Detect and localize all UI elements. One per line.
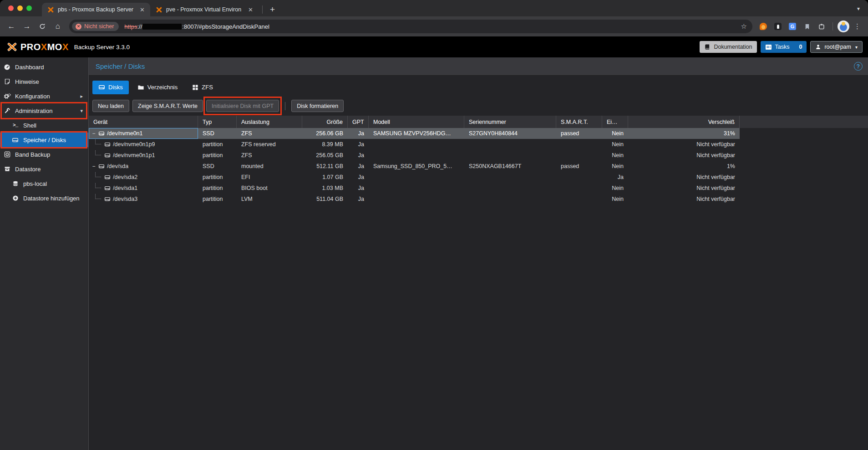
- sidebar-item-dashboard[interactable]: Dashboard: [0, 60, 88, 74]
- close-window-button[interactable]: [8, 5, 14, 11]
- size-cell: 1.03 MB: [302, 183, 348, 194]
- sidebar-item-pbs-local[interactable]: pbs-local: [0, 176, 88, 191]
- disk-icon: [104, 152, 111, 159]
- column-header-verschleiss[interactable]: Verschleiß: [628, 116, 740, 128]
- device-cell: −/dev/sda: [89, 161, 198, 172]
- translate-extension-icon[interactable]: G: [786, 20, 799, 33]
- sidebar-item-datastore[interactable]: Datastore: [0, 162, 88, 176]
- format-disk-button[interactable]: Disk formatieren: [291, 100, 344, 112]
- disks-toolbar: Neu laden Zeige S.M.A.R.T. Werte Initial…: [89, 96, 868, 116]
- device-cell: /dev/sda2: [89, 172, 198, 183]
- redacted-host: [142, 24, 182, 30]
- column-header-auslastung[interactable]: Auslastung: [237, 116, 302, 128]
- sidebar-item-speicher-disks[interactable]: Speicher / Disks: [0, 133, 88, 147]
- wearout-cell: Nicht verfügbar: [628, 150, 740, 161]
- reload-button[interactable]: Neu laden: [92, 100, 129, 112]
- gears-icon: [3, 93, 11, 100]
- gpt-cell: Ja: [348, 194, 369, 205]
- type-cell: partition: [198, 183, 237, 194]
- sidebar-item-hinweise[interactable]: Hinweise: [0, 74, 88, 89]
- extensions-puzzle-icon[interactable]: [815, 20, 828, 33]
- tab-title: pbs - Proxmox Backup Server: [58, 6, 135, 13]
- device-cell: /dev/nvme0n1p1: [89, 150, 198, 161]
- close-tab-icon[interactable]: ✕: [247, 6, 254, 13]
- extension-keyhole-icon[interactable]: [772, 20, 784, 33]
- back-icon[interactable]: ←: [5, 20, 18, 33]
- table-row[interactable]: −/dev/sdaSSDmounted512.11 GBJaSamsung_SS…: [89, 161, 740, 172]
- tab-disks[interactable]: Disks: [92, 81, 129, 94]
- user-menu-button[interactable]: root@pam ▾: [810, 41, 863, 53]
- tasks-button[interactable]: Tasks 0: [761, 41, 807, 53]
- archive-box-icon: [3, 166, 11, 172]
- column-header-eingehaengt[interactable]: Ei…: [602, 116, 628, 128]
- profile-avatar[interactable]: [838, 20, 849, 32]
- table-row[interactable]: /dev/nvme0n1p9partitionZFS reserved8.39 …: [89, 139, 740, 150]
- serial-cell: [464, 183, 556, 194]
- url-rest: :8007/#pbsStorageAndDiskPanel: [182, 23, 269, 30]
- wearout-cell: 1%: [628, 161, 740, 172]
- mounted-cell: Nein: [602, 161, 628, 172]
- disk-icon: [104, 141, 111, 148]
- size-cell: 511.04 GB: [302, 194, 348, 205]
- tab-search-chevron-icon[interactable]: ▾: [857, 5, 860, 12]
- expand-right-icon: ▸: [80, 93, 83, 99]
- serial-cell: [464, 172, 556, 183]
- model-cell: [369, 172, 464, 183]
- tape-icon: [3, 151, 11, 158]
- wrench-icon: [3, 107, 11, 114]
- initialize-disk-gpt-button[interactable]: Initialisiere Disk mit GPT: [206, 100, 279, 112]
- sidebar-item-band-backup[interactable]: Band Backup: [0, 147, 88, 162]
- close-tab-icon[interactable]: ✕: [139, 6, 146, 13]
- column-header-groesse[interactable]: Größe: [302, 116, 348, 128]
- task-list-icon: [765, 44, 772, 50]
- tree-elbow: [95, 172, 101, 177]
- minimize-window-button[interactable]: [17, 5, 23, 11]
- new-tab-button[interactable]: +: [266, 5, 279, 15]
- usage-cell: BIOS boot: [237, 183, 302, 194]
- sidebar-item-shell[interactable]: >_ Shell: [0, 118, 88, 133]
- sidebar-item-administration[interactable]: Administration ▾: [0, 103, 88, 118]
- zoom-window-button[interactable]: [26, 5, 32, 11]
- browser-tab-pbs[interactable]: pbs - Proxmox Backup Server ✕: [42, 3, 150, 16]
- usage-cell: mounted: [237, 161, 302, 172]
- forward-icon[interactable]: →: [20, 20, 34, 33]
- table-row[interactable]: /dev/sda2partitionEFI1.07 GBJaJaNicht ve…: [89, 172, 740, 183]
- column-header-gpt[interactable]: GPT: [348, 116, 369, 128]
- column-header-smart[interactable]: S.M.A.R.T.: [556, 116, 602, 128]
- bookmark-ribbon-icon[interactable]: [801, 20, 813, 33]
- tab-zfs[interactable]: ZFS: [186, 81, 219, 94]
- column-header-typ[interactable]: Typ: [198, 116, 237, 128]
- browser-menu-icon[interactable]: ⋮: [851, 22, 862, 31]
- disk-icon: [104, 174, 111, 180]
- documentation-button[interactable]: Dokumentation: [700, 41, 756, 53]
- show-smart-values-button[interactable]: Zeige S.M.A.R.T. Werte: [132, 100, 203, 112]
- reload-icon[interactable]: [36, 20, 49, 33]
- extension-orange-icon[interactable]: [757, 20, 770, 33]
- home-icon[interactable]: ⌂: [51, 20, 65, 33]
- address-bar[interactable]: ✕ Nicht sicher https://:8007/#pbsStorage…: [69, 20, 752, 33]
- device-cell: /dev/sda3: [89, 194, 198, 205]
- table-row[interactable]: −/dev/nvme0n1SSDZFS256.06 GBJaSAMSUNG MZ…: [89, 128, 740, 139]
- column-header-geraet[interactable]: Gerät: [89, 116, 198, 128]
- table-row[interactable]: /dev/sda3partitionLVM511.04 GBJaNeinNich…: [89, 194, 740, 205]
- column-header-modell[interactable]: Modell: [369, 116, 464, 128]
- not-secure-badge[interactable]: ✕ Nicht sicher: [72, 22, 119, 31]
- tab-verzeichnis[interactable]: Verzeichnis: [132, 81, 183, 94]
- table-row[interactable]: /dev/nvme0n1p1partitionZFS256.05 GBJaNei…: [89, 150, 740, 161]
- table-row[interactable]: /dev/sda1partitionBIOS boot1.03 MBJaNein…: [89, 183, 740, 194]
- sidebar-item-datastore-hinzufuegen[interactable]: Datastore hinzufügen: [0, 191, 88, 205]
- column-header-seriennummer[interactable]: Seriennummer: [464, 116, 556, 128]
- database-icon: [11, 180, 19, 187]
- collapse-icon[interactable]: −: [91, 130, 96, 137]
- bookmark-star-icon[interactable]: ☆: [739, 22, 749, 31]
- help-icon[interactable]: ?: [854, 62, 863, 71]
- collapse-icon[interactable]: −: [91, 163, 96, 169]
- sidebar-item-konfiguration[interactable]: Konfiguration ▸: [0, 89, 88, 103]
- browser-tab-pve[interactable]: pve - Proxmox Virtual Environ ✕: [150, 3, 259, 16]
- usage-cell: ZFS: [237, 150, 302, 161]
- panel-title-bar: Speicher / Disks ?: [89, 57, 868, 76]
- tree-elbow: [95, 139, 101, 144]
- model-cell: [369, 183, 464, 194]
- column-header-filler: [740, 116, 868, 128]
- wearout-cell: Nicht verfügbar: [628, 183, 740, 194]
